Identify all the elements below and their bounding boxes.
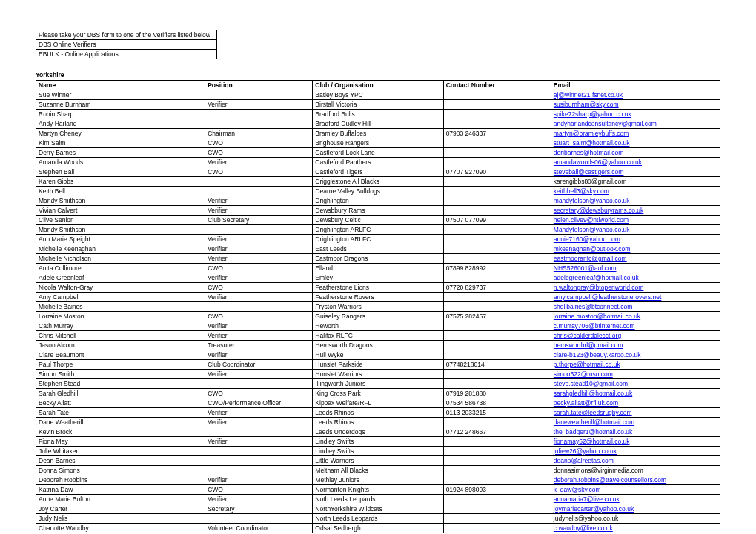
cell-position: CWO bbox=[205, 138, 313, 148]
col-name: Name bbox=[36, 81, 205, 90]
email-link[interactable]: shellbaines@btconnect.com bbox=[554, 303, 632, 310]
cell-organisation: Leeds Underdogs bbox=[313, 427, 443, 437]
cell-contact-number bbox=[443, 196, 551, 206]
table-row: Clive Senior Club SecretaryDewsbury Celt… bbox=[36, 216, 720, 225]
cell-position: Verifier bbox=[205, 370, 313, 379]
email-link[interactable]: keithbell3@sky.com bbox=[554, 187, 609, 195]
email-link[interactable]: annamaria7@live.co.uk bbox=[554, 495, 620, 503]
email-link[interactable]: deano@alreetas.com bbox=[554, 457, 614, 464]
email-link[interactable]: fionamay52@hotmail.co.uk bbox=[554, 438, 630, 445]
cell-organisation: Dewsbury Celtic bbox=[313, 216, 443, 225]
email-link[interactable]: c.murray706@btinternet.com bbox=[554, 322, 635, 330]
cell-organisation: Illingworth Juniors bbox=[313, 379, 443, 389]
email-link[interactable]: c.waudby@live.co.uk bbox=[554, 524, 613, 532]
cell-email: karengibbs80@gmail.com bbox=[551, 177, 720, 187]
cell-position bbox=[205, 110, 313, 119]
email-link[interactable]: steveball@castigers.com bbox=[554, 168, 624, 176]
email-link[interactable]: p.thorpe@hotmail.co.uk bbox=[554, 361, 620, 368]
cell-name: Andy Harland bbox=[36, 119, 205, 129]
email-link[interactable]: n.waltongray@btopenworld.com bbox=[554, 284, 644, 291]
cell-contact-number bbox=[443, 148, 551, 158]
cell-contact-number bbox=[443, 235, 551, 244]
email-link[interactable]: becky.allatt@rfl.uk.com bbox=[554, 399, 618, 407]
email-link[interactable]: secretary@dewsburyrams.co.uk bbox=[554, 207, 644, 214]
cell-name: Stephen Ball bbox=[36, 167, 205, 177]
cell-contact-number bbox=[443, 110, 551, 119]
table-row: Stephen BallCWOCastleford Tigers07707 92… bbox=[36, 167, 720, 177]
email-link[interactable]: clare-b123@beauy.karoo.co.uk bbox=[554, 351, 641, 358]
email-link[interactable]: sarahgledhill@hotmail.co.uk bbox=[554, 390, 632, 397]
cell-position: Verifier bbox=[205, 418, 313, 427]
cell-name: Amy Campbell bbox=[36, 293, 205, 302]
cell-email: daneweatherill@hotmail.com bbox=[551, 418, 720, 427]
email-link[interactable]: steve.stead10@gmail.com bbox=[554, 380, 628, 387]
email-link[interactable]: martyn@bramleybuffs.com bbox=[554, 130, 629, 137]
email-link[interactable]: susiburnham@sky.com bbox=[554, 101, 619, 108]
cell-organisation: Lindley Swifts bbox=[313, 447, 443, 456]
cell-email: juliew26@yahoo.co.uk bbox=[551, 447, 720, 456]
cell-position: Verifier bbox=[205, 206, 313, 216]
cell-organisation: Noth Leeds Leopards bbox=[313, 495, 443, 504]
email-link[interactable]: daneweatherill@hotmail.com bbox=[554, 418, 634, 426]
cell-contact-number bbox=[443, 158, 551, 167]
email-link[interactable]: Mandytolson@yahoo.co.uk bbox=[554, 226, 630, 233]
table-row: Deborah RobbinsVerifierMethley Juniorsde… bbox=[36, 475, 720, 485]
email-link[interactable]: adelegreenleaf@hotmail.co.uk bbox=[554, 274, 639, 281]
cell-email: clare-b123@beauy.karoo.co.uk bbox=[551, 350, 720, 360]
email-link[interactable]: deborah.robbins@travelcounsellors.com bbox=[554, 476, 666, 484]
email-link[interactable]: lorraine.moston@hotmail.co.uk bbox=[554, 313, 640, 320]
email-link[interactable]: chris@calderdalecct.org bbox=[554, 332, 621, 339]
email-link[interactable]: joymariecarter@yahoo.co.uk bbox=[554, 505, 634, 513]
cell-contact-number bbox=[443, 418, 551, 427]
cell-contact-number bbox=[443, 273, 551, 283]
cell-contact-number bbox=[443, 456, 551, 466]
email-link[interactable]: hemsworthrl@gmail.com bbox=[554, 341, 623, 349]
cell-email: secretary@dewsburyrams.co.uk bbox=[551, 206, 720, 216]
cell-position bbox=[205, 379, 313, 389]
cell-position bbox=[205, 514, 313, 524]
cell-organisation: Leeds Rhinos bbox=[313, 418, 443, 427]
cell-position: Verifier bbox=[205, 495, 313, 504]
cell-name: Katrina Daw bbox=[36, 485, 205, 495]
email-link[interactable]: NHS526001@aol.com bbox=[554, 264, 617, 272]
cell-contact-number bbox=[443, 302, 551, 312]
table-row: Kevin BrockLeeds Underdogs07712 248667th… bbox=[36, 427, 720, 437]
cell-name: Dean Barnes bbox=[36, 456, 205, 466]
email-link[interactable]: spike72sharp@yahoo.co.uk bbox=[554, 110, 631, 118]
cell-email: keithbell3@sky.com bbox=[551, 187, 720, 196]
email-link[interactable]: annie7160@yahoo.com bbox=[554, 236, 620, 243]
cell-email: joymariecarter@yahoo.co.uk bbox=[551, 504, 720, 514]
cell-name: Clive Senior bbox=[36, 216, 205, 225]
email-link[interactable]: amandawoods06@yahoo.co.uk bbox=[554, 158, 642, 166]
email-link[interactable]: the_badger1@hotmail.co.uk bbox=[554, 428, 632, 435]
cell-position: Verifier bbox=[205, 273, 313, 283]
email-link[interactable]: andyharlandconsultancy@gmail.com bbox=[554, 120, 657, 127]
cell-position: Verifier bbox=[205, 437, 313, 447]
cell-organisation: Hunslet Warriors bbox=[313, 370, 443, 379]
email-link[interactable]: k_daw@sky.com bbox=[554, 486, 601, 493]
email-link[interactable]: aj@winner21.fsnet.co.uk bbox=[554, 91, 623, 99]
email-link[interactable]: eastmoorarlfc@gmail.com bbox=[554, 255, 627, 262]
table-row: Mandy SmithsonVerifierDrighlingtonmandyt… bbox=[36, 196, 720, 206]
email-link[interactable]: simon522@msn.com bbox=[554, 370, 613, 378]
email-link[interactable]: helen.clive9@ntlworld.com bbox=[554, 216, 629, 224]
table-row: Amanda WoodsVerifierCastleford Panthersa… bbox=[36, 158, 720, 167]
cell-email: NHS526001@aol.com bbox=[551, 264, 720, 273]
table-row: Judy NelisNorth Leeds Leopardsjudynelis@… bbox=[36, 514, 720, 524]
email-link[interactable]: stuart_salm@hotmail.co.uk bbox=[554, 139, 630, 147]
cell-organisation: Eastmoor Dragons bbox=[313, 254, 443, 264]
cell-position: CWO bbox=[205, 167, 313, 177]
cell-email: p.thorpe@hotmail.co.uk bbox=[551, 360, 720, 370]
col-position: Position bbox=[205, 81, 313, 90]
email-link[interactable]: mandytolson@yahoo.co.uk bbox=[554, 197, 630, 204]
cell-email: adelegreenleaf@hotmail.co.uk bbox=[551, 273, 720, 283]
cell-position bbox=[205, 456, 313, 466]
email-link[interactable]: deribarnes@hotmail.com bbox=[554, 149, 624, 156]
email-link[interactable]: mkeenaghan@outlook.com bbox=[554, 245, 631, 253]
cell-name: Paul Thorpe bbox=[36, 360, 205, 370]
cell-email: aj@winner21.fsnet.co.uk bbox=[551, 90, 720, 100]
email-link[interactable]: amy.campbell@featherstonerovers.net bbox=[554, 293, 661, 301]
table-row: Lorraine MostonCWOGuiseley Rangers07575 … bbox=[36, 312, 720, 321]
email-link[interactable]: juliew26@yahoo.co.uk bbox=[554, 447, 617, 455]
email-link[interactable]: sarah.tate@leedsrugby.com bbox=[554, 409, 632, 416]
